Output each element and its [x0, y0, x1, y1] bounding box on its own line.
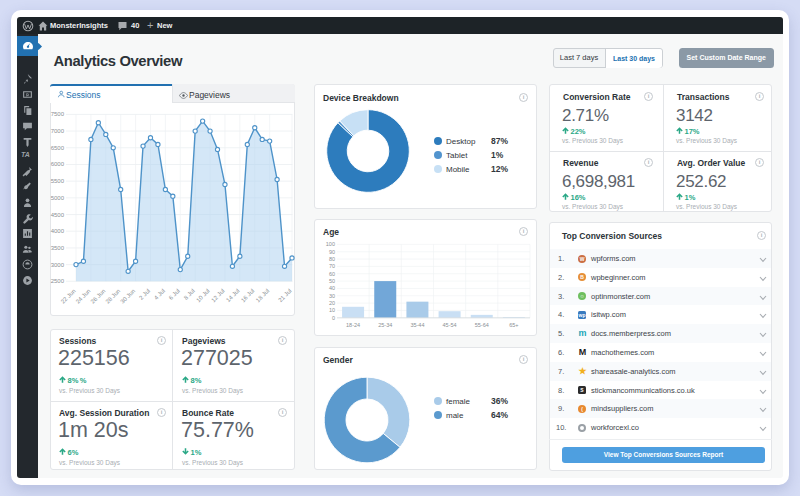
svg-text:55-64: 55-64 — [475, 322, 489, 328]
svg-text:90: 90 — [329, 249, 335, 255]
svg-text:5500: 5500 — [51, 178, 65, 184]
svg-text:20: 20 — [329, 300, 335, 306]
svg-text:24 Jun: 24 Jun — [75, 288, 92, 305]
svg-text:12 Jul: 12 Jul — [210, 288, 226, 304]
svg-text:10: 10 — [329, 307, 335, 313]
svg-text:22 Jun: 22 Jun — [60, 288, 77, 305]
svg-text:26 Jun: 26 Jun — [90, 288, 107, 305]
svg-text:30: 30 — [329, 293, 335, 299]
svg-text:28 Jun: 28 Jun — [104, 288, 121, 305]
svg-text:10 Jul: 10 Jul — [195, 288, 211, 304]
svg-text:50: 50 — [329, 278, 335, 284]
svg-text:70: 70 — [329, 263, 335, 269]
svg-text:16 Jul: 16 Jul — [240, 288, 256, 304]
svg-text:6000: 6000 — [51, 161, 65, 167]
svg-text:3500: 3500 — [51, 245, 65, 251]
svg-text:4 Jul: 4 Jul — [153, 288, 166, 301]
svg-text:4500: 4500 — [51, 212, 65, 218]
svg-text:18-24: 18-24 — [346, 322, 360, 328]
svg-text:0: 0 — [332, 315, 335, 321]
svg-text:40: 40 — [329, 285, 335, 291]
svg-text:7000: 7000 — [51, 128, 65, 134]
svg-text:7500: 7500 — [51, 111, 65, 117]
svg-text:14 Jul: 14 Jul — [225, 288, 241, 304]
svg-text:6 Jul: 6 Jul — [168, 288, 181, 301]
svg-text:80: 80 — [329, 256, 335, 262]
svg-text:8 Jul: 8 Jul — [183, 288, 196, 301]
svg-text:21 Jul: 21 Jul — [277, 288, 293, 304]
svg-text:100: 100 — [326, 241, 335, 247]
svg-text:25-34: 25-34 — [378, 322, 392, 328]
svg-text:3000: 3000 — [51, 262, 65, 268]
svg-text:45-54: 45-54 — [443, 322, 457, 328]
svg-text:35-44: 35-44 — [410, 322, 424, 328]
svg-text:2 Jul: 2 Jul — [138, 288, 151, 301]
svg-text:2500: 2500 — [51, 278, 65, 284]
svg-text:6500: 6500 — [51, 145, 65, 151]
svg-text:65+: 65+ — [509, 322, 518, 328]
svg-text:18 Jul: 18 Jul — [255, 288, 271, 304]
svg-text:30 Jun: 30 Jun — [119, 288, 136, 305]
svg-text:5000: 5000 — [51, 195, 65, 201]
svg-text:4000: 4000 — [51, 228, 65, 234]
svg-text:60: 60 — [329, 271, 335, 277]
